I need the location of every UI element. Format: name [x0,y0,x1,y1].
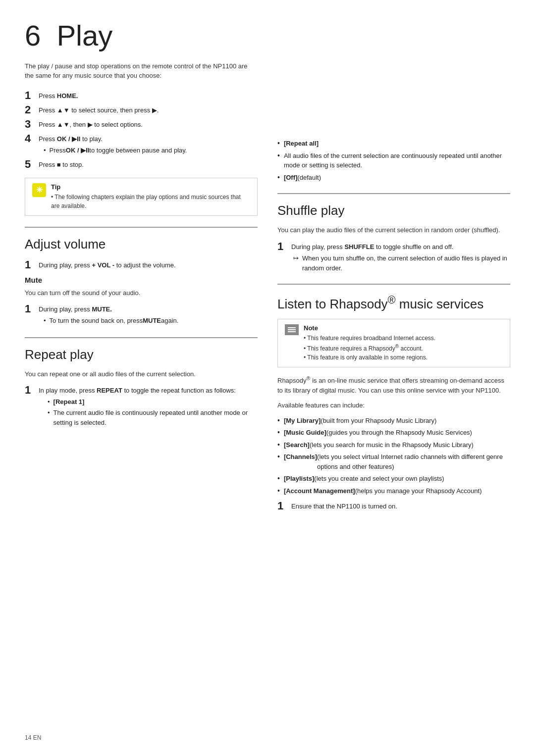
section-divider-rhapsody [277,284,510,285]
tip-content: Tip The following chapters explain the p… [51,183,250,210]
note-item-3: This feature is only available in some r… [304,353,435,362]
repeat-step-1: 1 In play mode, press REPEAT to toggle t… [25,384,258,429]
page-footer: 14 EN [25,734,41,741]
repeat-sub-1: [Repeat 1] [48,397,258,407]
note-list: This feature requires broadband Internet… [304,334,435,362]
repeat-right-item-1: [Repeat all] [277,139,510,149]
step-3: 3 Press ▲▼, then ▶ to select options. [25,118,258,130]
main-steps-list: 1 Press HOME. 2 Press ▲▼ to select sourc… [25,90,258,171]
intro-text: The play / pause and stop operations on … [25,61,258,81]
shuffle-steps: 1 During play, press SHUFFLE to toggle s… [277,241,510,273]
section-divider-shuffle [277,193,510,194]
page-number: 14 [25,734,31,741]
mute-sub: To turn the sound back on, press MUTE ag… [44,316,258,326]
tip-icon: ✳ [32,183,46,197]
step-4-sub: Press OK / ▶II to toggle between pause a… [44,146,258,155]
feature-search: [Search] (lets you search for music in t… [277,440,510,450]
adjust-volume-steps: 1 During play, press + VOL - to adjust t… [25,259,258,271]
section-divider-repeat [25,337,258,338]
shuffle-play-title: Shuffle play [277,203,510,218]
page-lang-text: EN [33,734,42,741]
rhapsody-steps: 1 Ensure that the NP1100 is turned on. [277,500,510,512]
rhapsody-body1: Rhapsody® is an on-line music service th… [277,374,510,396]
note-item-1: This feature requires broadband Internet… [304,334,435,343]
mute-step-1: 1 During play, press MUTE. To turn the s… [25,303,258,326]
repeat-right-item-2: All audio files of the current selection… [277,151,510,170]
step-1: 1 Press HOME. [25,90,258,101]
shuffle-step-1: 1 During play, press SHUFFLE to toggle s… [277,241,510,273]
repeat-play-intro: You can repeat one or all audio files of… [25,369,258,379]
shuffle-play-intro: You can play the audio files of the curr… [277,225,510,235]
tip-text: The following chapters explain the play … [51,193,250,210]
mute-intro: You can turn off the sound of your audio… [25,288,258,298]
rhapsody-features-list: [My Library] (built from your Rhapsody M… [277,416,510,496]
repeat-right-item-3: [Off] (default) [277,173,510,183]
rhapsody-body2: Available features can include: [277,401,510,410]
rhapsody-step-1: 1 Ensure that the NP1100 is turned on. [277,500,510,512]
adjust-volume-title: Adjust volume [25,237,258,252]
note-icon [285,324,299,335]
section-divider-volume [25,227,258,228]
feature-playlists: [Playlists] (lets you create and select … [277,474,510,484]
feature-channels: [Channels] (lets you select virtual Inte… [277,452,510,471]
note-item-2: This feature requires a Rhapsody® accoun… [304,343,435,353]
mute-steps: 1 During play, press MUTE. To turn the s… [25,303,258,326]
feature-music-guide: [Music Guide] (guides you through the Rh… [277,428,510,438]
repeat-right-continuation: [Repeat all] All audio files of the curr… [277,139,510,182]
note-box: Note This feature requires broadband Int… [277,319,510,367]
repeat-right-list: [Repeat all] All audio files of the curr… [277,139,510,182]
rhapsody-title: Listen to Rhapsody® music services [277,294,510,312]
step-2: 2 Press ▲▼ to select source, then press … [25,104,258,116]
repeat-play-steps: 1 In play mode, press REPEAT to toggle t… [25,384,258,429]
repeat-sub-2: The current audio file is continuously r… [48,408,258,427]
tip-label: Tip [51,183,250,191]
volume-step-1: 1 During play, press + VOL - to adjust t… [25,259,258,271]
note-label: Note [304,324,435,332]
feature-account: [Account Management] (helps you manage y… [277,486,510,496]
note-content: Note This feature requires broadband Int… [304,324,435,362]
rhapsody-step-1-text: Ensure that the NP1100 is turned on. [291,500,510,511]
tip-box: ✳ Tip The following chapters explain the… [25,178,258,216]
shuffle-arrow-bullet: When you turn shuffle on, the current se… [293,253,510,273]
chapter-title: 6 Play [25,20,258,51]
step-5: 5 Press ■ to stop. [25,158,258,170]
mute-subtitle: Mute [25,276,258,284]
step-4: 4 Press OK / ▶II to play. Press OK / ▶II… [25,133,258,156]
repeat-play-title: Repeat play [25,347,258,362]
feature-my-library: [My Library] (built from your Rhapsody M… [277,416,510,426]
